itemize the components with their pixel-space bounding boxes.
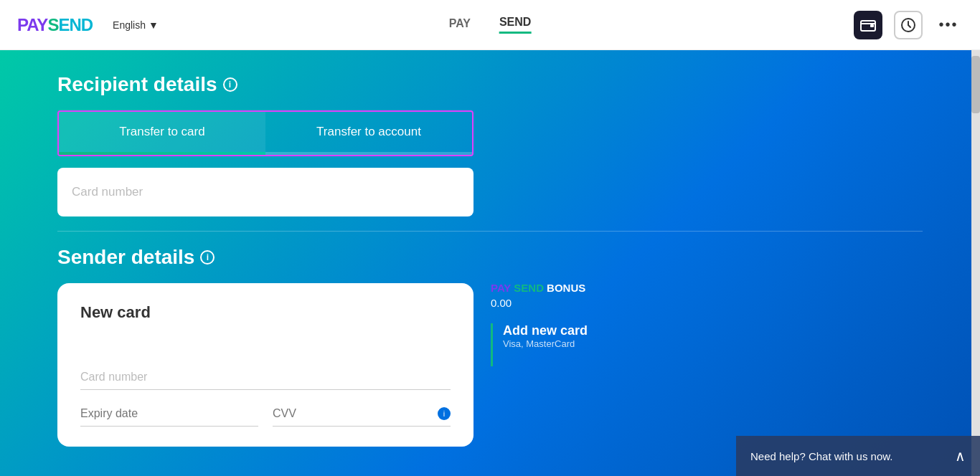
main-nav: PAY SEND [449, 16, 532, 34]
logo: PAYSEND [17, 15, 93, 35]
bonus-send-label: SEND [514, 282, 544, 294]
chat-text: Need help? Chat with us now. [750, 450, 892, 462]
add-card-row: Add new card Visa, MasterCard [491, 323, 588, 366]
paysend-bonus-label: PAYSEND BONUS [491, 282, 588, 294]
chat-expand-icon[interactable]: ∧ [955, 447, 966, 465]
add-card-info: Add new card Visa, MasterCard [503, 323, 588, 349]
sender-section: Sender details i New card i [57, 246, 923, 447]
dots-icon: ••• [938, 16, 958, 33]
more-options-button[interactable]: ••• [934, 11, 963, 39]
bonus-panel: PAYSEND BONUS 0.00 Add new card Visa, Ma… [491, 282, 588, 366]
cvv-wrapper: i [273, 401, 451, 427]
scrollbar[interactable] [971, 50, 980, 476]
scrollbar-thumb[interactable] [971, 56, 980, 113]
language-label: English [113, 19, 146, 31]
add-new-card-button[interactable]: Add new card [503, 323, 588, 338]
header-actions: ••• [854, 11, 963, 39]
chevron-down-icon: ▼ [149, 19, 159, 31]
nav-pay[interactable]: PAY [449, 17, 471, 33]
main-content: Recipient details i Transfer to card Tra… [0, 50, 980, 476]
transfer-type-tabs: Transfer to card Transfer to account [57, 110, 473, 156]
bonus-amount: 0.00 [491, 297, 588, 309]
card-number-container [57, 168, 473, 216]
tab-inactive-underline [265, 152, 472, 155]
content-area: Recipient details i Transfer to card Tra… [0, 50, 980, 470]
language-selector[interactable]: English ▼ [113, 19, 159, 31]
cvv-input[interactable] [273, 401, 433, 426]
recipient-info-icon[interactable]: i [223, 77, 237, 92]
green-divider [491, 323, 493, 366]
new-card-title: New card [80, 303, 451, 322]
expiry-cvv-row: i [80, 401, 451, 427]
section-divider [57, 231, 923, 232]
logo-s: S [47, 15, 58, 35]
sender-left: Sender details i New card i [57, 246, 473, 447]
recipient-title: Recipient details i [57, 73, 923, 96]
expiry-date-input[interactable] [80, 401, 258, 427]
sender-card-number-input[interactable] [80, 365, 451, 390]
transfer-tabs-container: Transfer to card Transfer to account [57, 110, 473, 216]
clock-icon-button[interactable] [894, 11, 923, 39]
chat-widget[interactable]: Need help? Chat with us now. ∧ [736, 436, 980, 476]
recipient-card-number-input[interactable] [57, 168, 473, 216]
card-types-label: Visa, MasterCard [503, 338, 588, 349]
sender-title: Sender details i [57, 246, 473, 269]
tab-active-underline [59, 152, 265, 155]
sender-info-icon[interactable]: i [200, 250, 215, 265]
svg-rect-1 [870, 24, 874, 27]
tab-transfer-to-account[interactable]: Transfer to account [265, 112, 472, 152]
tabs-row: Transfer to card Transfer to account [59, 112, 472, 152]
bonus-pay-label: PAY [491, 282, 511, 294]
recipient-section: Recipient details i Transfer to card Tra… [57, 73, 923, 216]
cvv-info-icon[interactable]: i [438, 407, 451, 420]
nav-send[interactable]: SEND [499, 16, 531, 34]
header: PAYSEND English ▼ PAY SEND ••• [0, 0, 980, 50]
logo-pay: PAY [17, 15, 47, 35]
wallet-icon-button[interactable] [854, 11, 882, 39]
tab-transfer-to-card[interactable]: Transfer to card [59, 112, 265, 152]
logo-end: END [58, 15, 93, 35]
bonus-word: BONUS [547, 282, 585, 294]
sender-card-form: New card i [57, 283, 473, 447]
